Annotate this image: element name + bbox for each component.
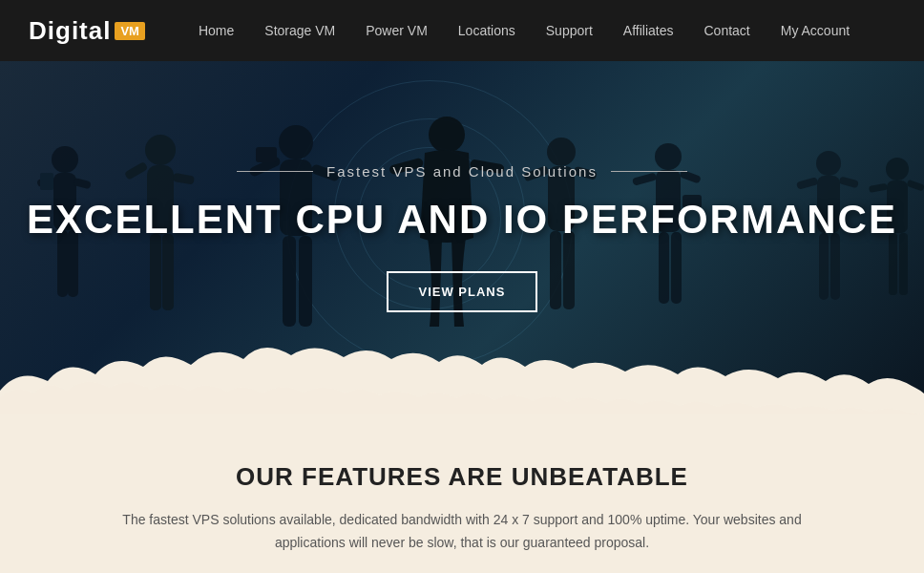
nav-link-locations[interactable]: Locations xyxy=(443,0,531,61)
navbar: Digital VM Home Storage VM Power VM Loca… xyxy=(0,0,924,61)
nav-link-storage-vm[interactable]: Storage VM xyxy=(249,0,350,61)
hero-title: EXCELLENT CPU AND IO PERFORMANCE xyxy=(27,197,897,243)
nav-item-power-vm[interactable]: Power VM xyxy=(350,0,443,61)
features-section: OUR FEATURES ARE UNBEATABLE The fastest … xyxy=(0,414,924,573)
logo[interactable]: Digital VM xyxy=(29,16,145,46)
nav-item-storage-vm[interactable]: Storage VM xyxy=(249,0,350,61)
view-plans-button[interactable]: VIEW PLANS xyxy=(387,271,538,312)
svg-point-23 xyxy=(547,138,576,166)
nav-item-support[interactable]: Support xyxy=(531,0,608,61)
hero-section: Fastest VPS and Cloud Solutions EXCELLEN… xyxy=(0,61,924,414)
nav-link-home[interactable]: Home xyxy=(183,0,249,61)
logo-badge: VM xyxy=(115,22,145,40)
nav-item-locations[interactable]: Locations xyxy=(443,0,531,61)
features-title: OUR FEATURES ARE UNBEATABLE xyxy=(76,462,848,492)
cloud-wave xyxy=(0,338,924,414)
svg-rect-45 xyxy=(907,180,924,192)
svg-point-13 xyxy=(279,125,313,159)
svg-rect-47 xyxy=(899,233,908,295)
nav-link-affiliates[interactable]: Affiliates xyxy=(608,0,689,61)
nav-links: Home Storage VM Power VM Locations Suppo… xyxy=(183,0,865,61)
nav-item-my-account[interactable]: My Account xyxy=(766,0,865,61)
nav-item-affiliates[interactable]: Affiliates xyxy=(608,0,689,61)
nav-link-contact[interactable]: Contact xyxy=(688,0,765,61)
logo-text: Digital xyxy=(29,16,111,46)
nav-link-my-account[interactable]: My Account xyxy=(766,0,865,61)
hero-content: Fastest VPS and Cloud Solutions EXCELLEN… xyxy=(27,163,897,312)
nav-link-support[interactable]: Support xyxy=(531,0,608,61)
nav-item-contact[interactable]: Contact xyxy=(688,0,765,61)
svg-rect-19 xyxy=(256,147,277,162)
features-description: The fastest VPS solutions available, ded… xyxy=(99,509,825,555)
hero-subtitle: Fastest VPS and Cloud Solutions xyxy=(237,163,687,180)
svg-point-7 xyxy=(145,135,176,165)
svg-point-20 xyxy=(429,117,465,153)
nav-link-power-vm[interactable]: Power VM xyxy=(350,0,443,61)
nav-item-home[interactable]: Home xyxy=(183,0,249,61)
